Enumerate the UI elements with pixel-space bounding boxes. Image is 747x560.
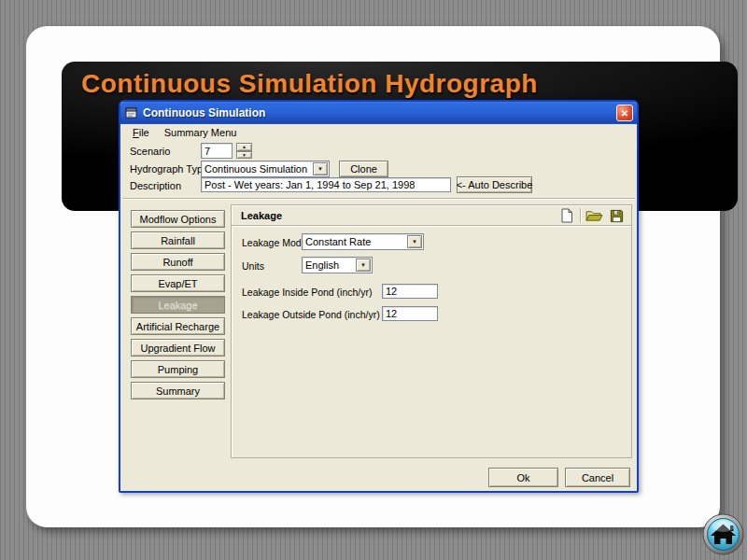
clone-button[interactable]: Clone [339,161,388,177]
sidebar-item-artificial-recharge[interactable]: Artificial Recharge [131,317,225,335]
dialog-title: Continuous Simulation [143,106,616,119]
open-file-button[interactable] [585,207,603,224]
sidebar-item-modflow-options[interactable]: Modflow Options [131,210,225,228]
close-button[interactable]: ✕ [616,105,633,121]
spinner-down-icon[interactable]: ▼ [236,151,252,160]
chevron-down-icon[interactable]: ▼ [407,235,422,248]
chevron-down-icon[interactable]: ▼ [356,259,371,272]
sidebar-item-rainfall[interactable]: Rainfall [131,231,225,249]
ok-button[interactable]: Ok [488,468,558,487]
toolbar-divider [580,208,581,223]
open-file-icon [585,209,603,223]
menu-file[interactable]: File [126,125,156,140]
chevron-down-icon[interactable]: ▼ [313,162,328,175]
sidebar-item-leakage[interactable]: Leakage [131,296,225,314]
new-file-button[interactable] [557,207,576,224]
scenario-input[interactable] [201,143,233,159]
continuous-simulation-dialog: Continuous Simulation ✕ File Summary Men… [119,100,639,493]
sidebar-item-runoff[interactable]: Runoff [131,253,225,271]
units-label: Units [242,260,264,272]
sidebar-item-summary[interactable]: Summary [131,382,225,399]
menu-summary-menu[interactable]: Summary Menu [158,125,244,140]
hydrograph-type-select[interactable]: Continuous Simulation ▼ [201,161,330,177]
form-separator [122,198,635,200]
leakage-panel-header: Leakage [232,205,631,226]
description-label: Description [130,180,181,191]
menu-bar: File Summary Menu [120,124,637,141]
page-title: Continuous Simulation Hydrograph [81,69,538,99]
sidebar-item-evap-et[interactable]: Evap/ET [131,274,225,292]
cancel-button[interactable]: Cancel [565,468,630,487]
home-button[interactable] [702,513,744,555]
outside-pond-label: Leakage Outside Pond (inch/yr) [242,309,380,320]
scenario-spinner[interactable]: ▲ ▼ [236,143,252,159]
window-icon [125,106,138,119]
units-select[interactable]: English ▼ [302,257,373,273]
leakage-model-select[interactable]: Constant Rate ▼ [302,233,424,250]
inside-pond-label: Leakage Inside Pond (inch/yr) [242,287,373,298]
new-file-icon [560,208,573,223]
save-button[interactable] [607,207,626,224]
leakage-model-label: Leakage Model [242,237,309,248]
inside-pond-input[interactable] [382,284,438,299]
dialog-titlebar[interactable]: Continuous Simulation ✕ [120,102,637,124]
outside-pond-input[interactable] [382,306,438,321]
panel-title: Leakage [232,210,282,221]
panel-toolbar [557,207,626,224]
scenario-label: Scenario [130,146,170,157]
leakage-panel: Leakage [231,204,632,458]
spinner-up-icon[interactable]: ▲ [236,143,252,151]
save-file-icon [610,209,624,223]
auto-describe-button[interactable]: <- Auto Describe [457,176,532,193]
hydrograph-type-label: Hydrograph Type [130,163,208,175]
sidebar-item-pumping[interactable]: Pumping [131,360,225,378]
close-icon: ✕ [621,108,628,119]
description-input[interactable] [201,177,451,192]
sidebar-item-upgradient-flow[interactable]: Upgradient Flow [131,339,225,357]
